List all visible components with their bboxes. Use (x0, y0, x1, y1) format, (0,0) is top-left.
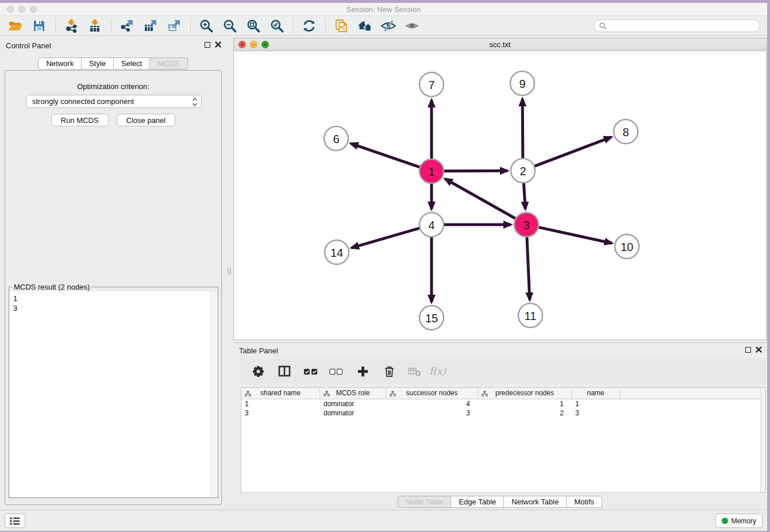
column-header-name[interactable]: name (572, 388, 620, 399)
cell-name[interactable]: 1 (572, 399, 620, 408)
zoom-selected-button[interactable] (267, 17, 287, 34)
zoom-out-button[interactable] (220, 17, 240, 34)
control-tab-network[interactable]: Network (38, 57, 82, 70)
task-history-button[interactable] (5, 514, 25, 528)
table-settings-button[interactable] (248, 361, 268, 381)
function-builder-button[interactable]: f(x) (429, 365, 446, 377)
mcds-result-list[interactable]: 13 (10, 291, 217, 497)
graph-node-8[interactable]: 8 (614, 119, 638, 144)
graph-node-4[interactable]: 4 (419, 213, 444, 237)
import-network-button[interactable] (61, 17, 81, 34)
export-image-button[interactable] (164, 17, 184, 34)
refresh-button[interactable] (299, 17, 319, 34)
trash-icon (383, 365, 396, 378)
graph-node-label: 7 (428, 79, 434, 91)
panel-splitter[interactable] (226, 38, 233, 505)
run-mcds-button[interactable]: Run MCDS (51, 114, 109, 126)
export-table-button[interactable] (141, 17, 160, 34)
table-panel-close-icon[interactable] (756, 346, 762, 353)
graph-node-label: 9 (519, 78, 525, 90)
control-tab-mcds[interactable]: MCDS (150, 57, 187, 70)
cell-name[interactable]: 3 (572, 408, 620, 418)
graph-edge-2-9[interactable] (522, 99, 523, 158)
import-table-button[interactable] (85, 17, 105, 34)
cell-successor-nodes[interactable]: 3 (386, 408, 478, 418)
control-panel-float-button[interactable] (205, 42, 210, 48)
memory-button[interactable]: Memory (715, 514, 763, 528)
table-row[interactable]: 3dominator323 (241, 408, 765, 418)
add-column-button[interactable] (352, 361, 373, 381)
criterion-dropdown[interactable]: strongly connected component (26, 95, 202, 108)
show-hidden-button[interactable] (402, 17, 422, 34)
table-tab-motifs[interactable]: Motifs (567, 496, 602, 508)
table-row[interactable]: 1dominator411 (241, 399, 765, 408)
column-header-successor-nodes[interactable]: successor nodes (386, 388, 478, 399)
split-view-button[interactable] (274, 361, 295, 381)
network-window-title: scc.txt (234, 40, 766, 49)
graph-node-6[interactable]: 6 (324, 126, 348, 151)
graph-edge-2-3[interactable] (523, 183, 525, 209)
mcds-result-scrollbar[interactable] (210, 291, 218, 497)
zoom-fit-button[interactable] (244, 17, 263, 34)
table-tab-edge-table[interactable]: Edge Table (451, 496, 504, 508)
zoom-selected-icon (270, 18, 284, 33)
cell-mcds-role[interactable]: dominator (320, 399, 386, 408)
search-box[interactable] (594, 20, 760, 32)
cell-shared-name[interactable]: 3 (241, 408, 320, 418)
graph-edge-1-6[interactable] (351, 144, 420, 167)
graph-node-7[interactable]: 7 (419, 72, 444, 97)
control-tab-select[interactable]: Select (114, 57, 150, 70)
graph-node-3[interactable]: 3 (514, 213, 538, 237)
network-canvas[interactable]: 1234678910111415 (234, 51, 766, 340)
table-scrollbar[interactable] (760, 388, 765, 492)
zoom-in-button[interactable] (197, 17, 216, 34)
duplicate-network-button[interactable] (332, 17, 351, 34)
cell-predecessor-nodes[interactable]: 2 (478, 408, 572, 418)
graph-edge-4-14[interactable] (352, 228, 419, 248)
control-panel-close-icon[interactable] (215, 41, 221, 48)
graph-node-label: 10 (621, 241, 633, 253)
attribute-type-icon (390, 391, 396, 396)
graph-edge-3-1[interactable] (445, 179, 515, 218)
graph-node-14[interactable]: 14 (325, 240, 349, 264)
cell-shared-name[interactable]: 1 (241, 399, 320, 408)
save-session-button[interactable] (29, 17, 49, 34)
control-tab-style[interactable]: Style (82, 57, 114, 70)
table-tab-node-table[interactable]: Node Table (398, 496, 452, 508)
table-panel-float-button[interactable] (745, 347, 751, 353)
graph-edge-2-8[interactable] (535, 137, 611, 167)
export-network-button[interactable] (117, 17, 137, 34)
control-panel-header: Control Panel (0, 38, 226, 53)
delete-table-button[interactable] (404, 361, 425, 381)
close-panel-button[interactable]: Close panel (117, 114, 176, 126)
graph-node-1[interactable]: 1 (419, 159, 444, 183)
graph-node-9[interactable]: 9 (510, 71, 534, 95)
checked-boxes-icon (303, 364, 318, 378)
deselect-all-button[interactable] (326, 361, 346, 381)
control-panel-title: Control Panel (6, 41, 51, 50)
toolbar-separator (325, 18, 326, 33)
node-table: shared nameMCDS rolesuccessor nodesprede… (241, 387, 766, 493)
search-input[interactable] (607, 21, 760, 31)
column-header-mcds-role[interactable]: MCDS role (320, 388, 386, 399)
graph-edge-1-2[interactable] (444, 171, 507, 171)
graph-node-11[interactable]: 11 (518, 303, 542, 327)
graph-node-10[interactable]: 10 (615, 234, 639, 259)
hide-selected-button[interactable] (379, 17, 398, 34)
graph-node-label: 8 (622, 126, 629, 138)
open-session-button[interactable] (6, 17, 25, 34)
graph-node-15[interactable]: 15 (419, 306, 444, 330)
graph-edge-3-10[interactable] (538, 228, 611, 244)
column-header-predecessor-nodes[interactable]: predecessor nodes (478, 388, 572, 399)
delete-column-button[interactable] (379, 361, 399, 381)
select-all-button[interactable] (301, 361, 321, 381)
cell-predecessor-nodes[interactable]: 1 (478, 399, 572, 408)
graph-edge-3-11[interactable] (527, 237, 530, 300)
home-button[interactable] (355, 17, 375, 34)
column-header-shared-name[interactable]: shared name (241, 388, 320, 399)
cell-successor-nodes[interactable]: 4 (386, 399, 478, 408)
column-header-label: successor nodes (406, 389, 457, 397)
table-tab-network-table[interactable]: Network Table (504, 496, 567, 508)
graph-node-2[interactable]: 2 (511, 159, 535, 183)
cell-mcds-role[interactable]: dominator (320, 408, 386, 418)
